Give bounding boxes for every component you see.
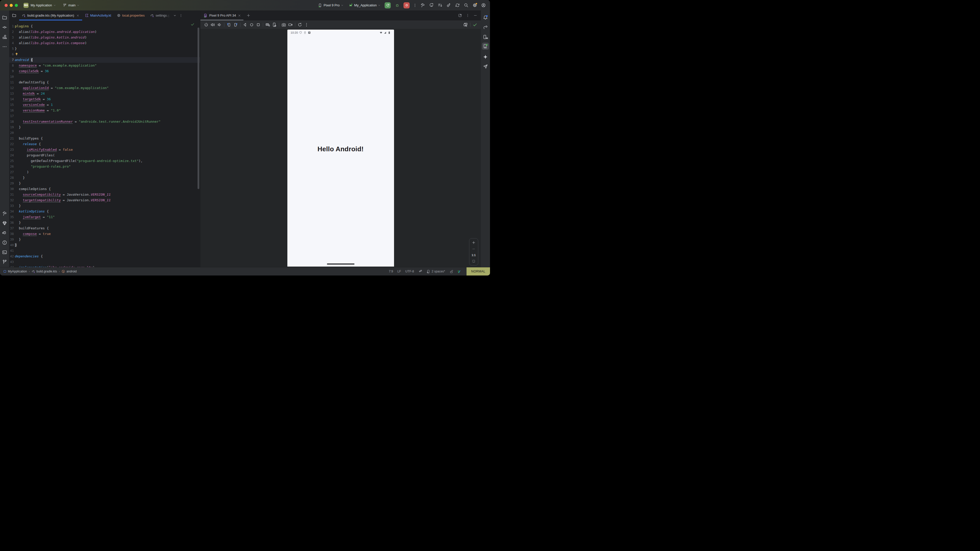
close-tab-icon[interactable] <box>76 14 80 17</box>
stop-app-button[interactable] <box>404 2 410 8</box>
code-line-2[interactable]: 2 alias(libs.plugins.android.application… <box>9 29 200 35</box>
code-line-13[interactable]: 13 minSdk = 24 <box>9 91 200 97</box>
attach-debugger-icon[interactable] <box>446 3 451 8</box>
breadcrumb-element[interactable]: android <box>62 270 76 273</box>
code-line-42[interactable]: 42dependencies { <box>9 254 200 259</box>
zoom-in-icon[interactable] <box>472 241 476 245</box>
hide-panel-icon[interactable] <box>473 14 477 17</box>
screenshot-camera-icon[interactable] <box>282 22 286 27</box>
close-device-tab-icon[interactable] <box>238 14 241 17</box>
run-configuration-selector[interactable]: My_Application <box>348 3 381 7</box>
more-run-options-icon[interactable] <box>413 3 417 7</box>
code-line-44[interactable]: 44 implementation(libs.androidx.core.ktx… <box>9 265 200 267</box>
code-line-27[interactable]: 27 ) <box>9 169 200 175</box>
nav-overview-icon[interactable] <box>256 22 261 27</box>
profile-account-icon[interactable] <box>481 3 486 8</box>
code-line-11[interactable]: 11 defaultConfig { <box>9 79 200 85</box>
open-in-window-icon[interactable] <box>458 14 462 17</box>
apply-code-changes-icon[interactable] <box>438 3 442 8</box>
notifications-bell-icon[interactable] <box>483 15 488 20</box>
structure-shapes-icon[interactable] <box>2 35 7 40</box>
code-line-4[interactable]: 4 alias(libs.plugins.kotlin.compose) <box>9 40 200 46</box>
code-line-22[interactable]: 22 release { <box>9 141 200 147</box>
gemini-sparkle-icon[interactable] <box>483 54 488 59</box>
code-line-21[interactable]: 21 buildTypes { <box>9 136 200 141</box>
build-hammer-icon[interactable] <box>420 3 425 8</box>
code-line-24[interactable]: 24 proguardFiles( <box>9 152 200 158</box>
editor-tab-local.properties[interactable]: local.properties <box>114 11 148 21</box>
code-line-23[interactable]: 23 isMinifyEnabled = false <box>9 147 200 152</box>
volume-up-icon[interactable] <box>210 22 215 27</box>
code-line-7[interactable]: 7android { <box>9 57 200 63</box>
close-window-button[interactable] <box>5 4 8 7</box>
device-manager-icon[interactable] <box>483 35 488 40</box>
file-encoding[interactable]: UTF-8 <box>405 270 414 273</box>
code-line-5[interactable]: 5} <box>9 46 200 52</box>
debug-app-button[interactable] <box>394 2 400 8</box>
code-line-17[interactable]: 17 <box>9 113 200 119</box>
code-line-20[interactable]: 20 <box>9 130 200 136</box>
quickfix-bulb-icon[interactable] <box>15 52 18 56</box>
restore-snapshot-icon[interactable] <box>298 22 302 27</box>
rotate-right-icon[interactable] <box>233 22 238 27</box>
project-view-toggle-icon[interactable] <box>12 13 16 17</box>
problems-warning-icon[interactable] <box>2 240 7 245</box>
emulator-screen[interactable]: 10:20 A Hello Android! <box>287 30 394 267</box>
send-plane-icon[interactable] <box>483 64 488 69</box>
code-line-39[interactable]: 39 } <box>9 237 200 242</box>
app-insights-gem-icon[interactable] <box>2 221 7 226</box>
screen-record-icon[interactable] <box>288 22 293 27</box>
code-line-14[interactable]: 14 targetSdk = 36 <box>9 97 200 102</box>
code-line-28[interactable]: 28 } <box>9 175 200 181</box>
code-line-33[interactable]: 33 } <box>9 203 200 209</box>
code-line-40[interactable]: 40} <box>9 242 200 248</box>
code-line-31[interactable]: 31 sourceCompatibility = JavaVersion.VER… <box>9 192 200 197</box>
project-folder-icon[interactable] <box>2 15 7 20</box>
code-line-25[interactable]: 25 getDefaultProguardFile("proguard-andr… <box>9 158 200 164</box>
code-line-16[interactable]: 16 versionName = "1.0" <box>9 108 200 113</box>
zoom-actual-size-button[interactable]: 1:1 <box>472 254 476 257</box>
volume-down-icon[interactable] <box>217 22 222 27</box>
indent-widget[interactable]: 2 spaces* <box>426 270 445 273</box>
device-tab[interactable]: Pixel 9 Pro API 34 <box>200 11 243 21</box>
terminal-window-icon[interactable] <box>2 250 7 255</box>
nav-back-icon[interactable] <box>243 22 247 27</box>
vcs-branch-widget[interactable]: main <box>63 3 80 7</box>
zoom-to-fit-icon[interactable] <box>472 259 476 263</box>
tab-list-chevron-icon[interactable] <box>173 14 177 17</box>
code-line-3[interactable]: 3 alias(libs.plugins.kotlin.android) <box>9 35 200 40</box>
code-line-19[interactable]: 19 } <box>9 124 200 130</box>
snapshot-search-icon[interactable] <box>463 22 468 27</box>
search-everywhere-icon[interactable] <box>464 3 469 8</box>
code-line-30[interactable]: 30 compileOptions { <box>9 186 200 192</box>
more-windows-icon[interactable] <box>2 44 7 49</box>
code-line-15[interactable]: 15 versionCode = 1 <box>9 102 200 108</box>
rotate-left-icon[interactable] <box>227 22 231 27</box>
code-line-12[interactable]: 12 applicationId = "com.example.myapplic… <box>9 85 200 91</box>
code-line-10[interactable]: 10 <box>9 74 200 79</box>
zoom-window-button[interactable] <box>15 4 18 7</box>
tab-options-icon[interactable] <box>179 14 183 17</box>
editor-scrollbar[interactable] <box>197 27 199 189</box>
logcat-cat-icon[interactable] <box>2 230 7 235</box>
code-line-36[interactable]: 36 } <box>9 220 200 225</box>
running-devices-active-icon[interactable] <box>482 43 489 50</box>
version-control-branch-icon[interactable] <box>2 259 7 265</box>
code-line-38[interactable]: 38 compose = true <box>9 231 200 237</box>
add-device-tab-icon[interactable] <box>247 14 250 17</box>
line-separator[interactable]: LF <box>397 270 401 273</box>
code-line-1[interactable]: 1plugins { <box>9 24 200 29</box>
unlock-icon[interactable] <box>449 270 453 273</box>
code-line-34[interactable]: 34 kotlinOptions { <box>9 209 200 214</box>
code-line-18[interactable]: 18 testInstrumentationRunner = "androidx… <box>9 119 200 124</box>
code-line-37[interactable]: 37 buildFeatures { <box>9 225 200 231</box>
device-settings-icon[interactable] <box>272 22 277 27</box>
vim-logo[interactable]: V <box>458 269 460 274</box>
code-line-9[interactable]: 9 compileSdk = 36 <box>9 68 200 74</box>
code-line-8[interactable]: 8 namespace = "com.example.myapplication… <box>9 63 200 68</box>
gradle-elephant-icon[interactable] <box>483 25 488 30</box>
panel-options-icon[interactable] <box>466 14 469 17</box>
inspections-ok-icon[interactable] <box>191 22 194 26</box>
ai-assistant-disabled-icon[interactable] <box>418 270 422 273</box>
more-kebab-icon[interactable] <box>304 22 309 27</box>
